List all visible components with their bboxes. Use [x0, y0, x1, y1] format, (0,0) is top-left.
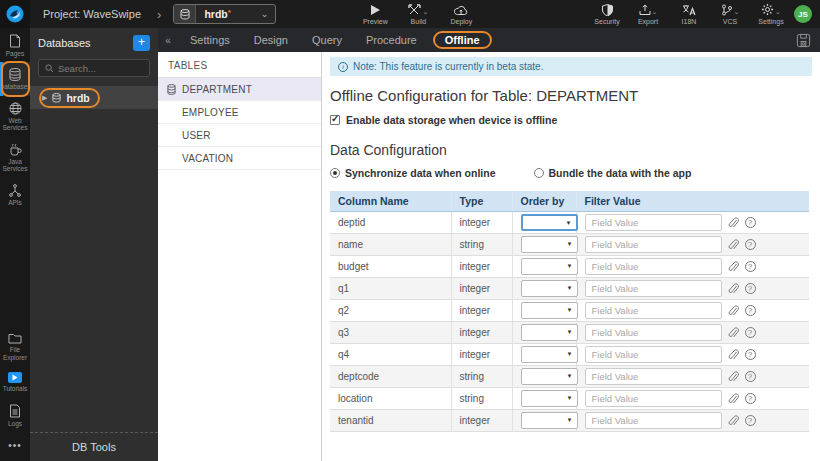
help-icon[interactable]: ? — [745, 283, 756, 294]
settings-button[interactable]: ⌄Settings — [758, 3, 784, 25]
column-header-type: Type — [451, 191, 512, 212]
help-icon[interactable]: ? — [745, 239, 756, 250]
table-row: budgetintegerField Value? — [330, 256, 809, 278]
tree-item-label: hrdb — [66, 92, 89, 104]
deploy-button[interactable]: Deploy — [448, 3, 474, 25]
add-database-button[interactable]: + — [133, 35, 150, 51]
sidebar-item-file-explorer[interactable]: FileExplorer — [0, 326, 30, 366]
bind-variable-icon[interactable] — [728, 371, 739, 383]
order-by-select[interactable] — [521, 346, 578, 363]
i18n-button[interactable]: I18N — [676, 3, 702, 25]
filter-value-input[interactable]: Field Value — [585, 412, 722, 429]
table-row: deptcodestringField Value? — [330, 366, 809, 388]
build-button[interactable]: ⌄Build — [405, 3, 431, 25]
tab-procedure[interactable]: Procedure — [354, 32, 429, 48]
tab-offline[interactable]: Offline — [433, 31, 492, 49]
sidebar-item-logs[interactable]: Logs — [0, 398, 30, 432]
radio-bundle-the-data-with-the-app[interactable]: Bundle the data with the app — [534, 167, 692, 179]
order-by-select[interactable] — [521, 214, 578, 231]
filter-value-input[interactable]: Field Value — [585, 258, 722, 275]
filter-value-input[interactable]: Field Value — [585, 324, 722, 341]
column-type-cell: integer — [451, 300, 512, 322]
database-search-input[interactable]: Search... — [38, 59, 150, 77]
table-list-item-department[interactable]: DEPARTMENT — [158, 78, 321, 101]
user-avatar[interactable]: JS — [794, 5, 812, 23]
order-by-select[interactable] — [521, 390, 578, 407]
bind-variable-icon[interactable] — [728, 283, 739, 295]
save-icon[interactable] — [796, 33, 811, 48]
filter-value-input[interactable]: Field Value — [585, 280, 722, 297]
bind-variable-icon[interactable] — [728, 217, 739, 229]
collapse-panel-button[interactable]: « — [158, 35, 178, 46]
help-icon[interactable]: ? — [745, 371, 756, 382]
tree-expand-icon[interactable]: ▶ — [42, 94, 47, 102]
help-icon[interactable]: ? — [745, 393, 756, 404]
filter-value-input[interactable]: Field Value — [585, 302, 722, 319]
security-button[interactable]: Security — [594, 3, 620, 25]
order-by-select[interactable] — [521, 258, 578, 275]
table-list-item-vacation[interactable]: VACATION — [158, 147, 321, 170]
bind-variable-icon[interactable] — [728, 327, 739, 339]
sidebar-item-java-services[interactable]: JavaServices — [0, 137, 30, 178]
breadcrumb-chevron-icon: › — [157, 7, 161, 22]
sidebar-item-tutorials[interactable]: Tutorials — [0, 366, 30, 397]
deploy-cloud-icon — [454, 3, 468, 16]
order-by-select[interactable] — [521, 412, 578, 429]
filter-value-input[interactable]: Field Value — [585, 236, 722, 253]
topbar-right-actions: Security⌄ExportI18N⌄VCS⌄Settings — [594, 3, 784, 25]
help-icon[interactable]: ? — [745, 349, 756, 360]
filter-value-input[interactable]: Field Value — [585, 346, 722, 363]
help-icon[interactable]: ? — [745, 305, 756, 316]
info-icon: i — [338, 62, 348, 72]
topbar-left-actions: Preview⌄BuildDeploy — [362, 3, 474, 25]
globe-icon — [9, 102, 22, 115]
filter-value-input[interactable]: Field Value — [585, 390, 722, 407]
table-list-item-employee[interactable]: EMPLOYEE — [158, 101, 321, 124]
order-by-select[interactable] — [521, 280, 578, 297]
bind-variable-icon[interactable] — [728, 239, 739, 251]
order-by-select[interactable] — [521, 236, 578, 253]
radio-synchronize-data-when-online[interactable]: Synchronize data when online — [330, 167, 496, 179]
bind-variable-icon[interactable] — [728, 349, 739, 361]
help-icon[interactable]: ? — [745, 327, 756, 338]
bind-variable-icon[interactable] — [728, 415, 739, 427]
enable-offline-checkbox[interactable] — [330, 115, 340, 125]
help-icon[interactable]: ? — [745, 415, 756, 426]
database-tree-item-hrdb[interactable]: ▶ hrdb — [30, 86, 158, 109]
db-tools-button[interactable]: DB Tools — [30, 432, 158, 461]
column-name-cell: deptcode — [330, 366, 451, 388]
radio-button[interactable] — [534, 168, 544, 178]
table-list-item-user[interactable]: USER — [158, 124, 321, 147]
order-by-select[interactable] — [521, 302, 578, 319]
sidebar-item-databases[interactable]: Databases — [0, 62, 30, 95]
wavemaker-logo[interactable] — [0, 0, 30, 28]
column-header-order-by: Order by — [512, 191, 576, 212]
bind-variable-icon[interactable] — [728, 393, 739, 405]
tab-query[interactable]: Query — [300, 32, 354, 48]
table-row: tenantidintegerField Value? — [330, 410, 809, 432]
export-button[interactable]: ⌄Export — [635, 3, 661, 25]
tab-design[interactable]: Design — [242, 32, 300, 48]
more-options-button[interactable]: ••• — [0, 432, 30, 461]
help-icon[interactable]: ? — [745, 217, 756, 228]
data-configuration-title: Data Configuration — [330, 142, 812, 158]
bind-variable-icon[interactable] — [728, 261, 739, 273]
bind-variable-icon[interactable] — [728, 305, 739, 317]
help-icon[interactable]: ? — [745, 261, 756, 272]
sidebar-item-pages[interactable]: Pages — [0, 28, 30, 62]
sidebar-item-apis[interactable]: APIs — [0, 178, 30, 211]
filter-value-input[interactable]: Field Value — [585, 368, 722, 385]
filter-value-input[interactable]: Field Value — [585, 214, 722, 231]
vcs-button[interactable]: ⌄VCS — [717, 3, 743, 25]
sidebar-item-web-services[interactable]: WebServices — [0, 96, 30, 137]
database-selector[interactable]: hrdb* ⌄ — [173, 4, 276, 24]
databases-panel: Databases + Search... ▶ hrdb DB Tools — [30, 28, 158, 461]
left-icon-sidebar: PagesDatabasesWebServicesJavaServicesAPI… — [0, 28, 30, 461]
order-by-select[interactable] — [521, 324, 578, 341]
column-header-column-name: Column Name — [330, 191, 451, 212]
translate-icon — [682, 3, 696, 16]
radio-button[interactable] — [330, 168, 340, 178]
tab-settings[interactable]: Settings — [178, 32, 242, 48]
order-by-select[interactable] — [521, 368, 578, 385]
preview-button[interactable]: Preview — [362, 3, 388, 25]
